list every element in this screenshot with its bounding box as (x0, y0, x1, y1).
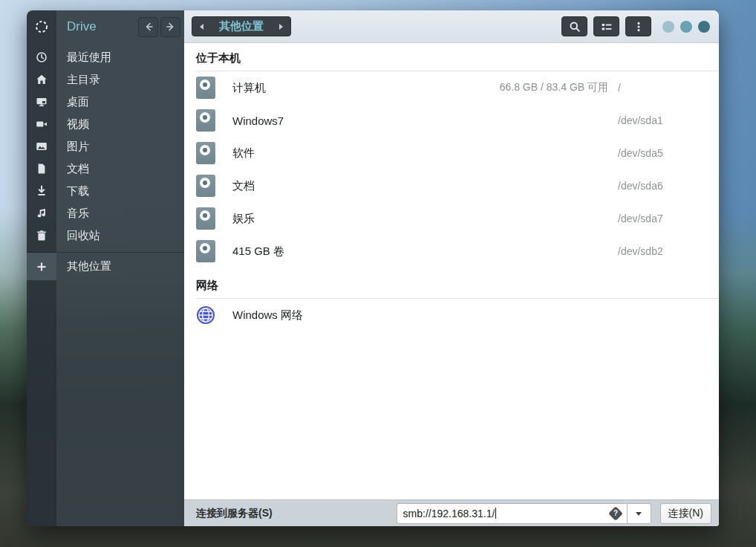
server-address-input[interactable]: smb://192.168.31.1/ ? (397, 503, 627, 524)
window-controls (662, 21, 710, 33)
item-name: 415 GB 卷 (232, 245, 608, 259)
sidebar-item-label: 文档 (67, 162, 89, 176)
main-panel: 其他位置 位于本机 (184, 10, 719, 526)
list-item-windows7[interactable]: Windows7 /dev/sda1 (184, 104, 719, 137)
sidebar-item-label: 图片 (67, 140, 89, 154)
header-bar: 其他位置 (184, 10, 719, 43)
sidebar-item-label: 音乐 (67, 207, 89, 221)
item-device: /dev/sda1 (618, 114, 707, 126)
back-arrow-icon (143, 22, 154, 32)
file-manager-window: Drive 最近使用 主目录 (27, 10, 719, 526)
sidebar-item-label: 回收站 (67, 229, 100, 243)
minimize-button[interactable] (662, 21, 674, 33)
path-label[interactable]: 其他位置 (210, 19, 273, 33)
list-item-windows-network[interactable]: Windows 网络 (184, 299, 719, 331)
list-view-button[interactable] (593, 16, 619, 36)
search-button[interactable] (561, 16, 587, 36)
list-item-documents[interactable]: 文档 /dev/sda6 (184, 169, 719, 202)
maximize-button[interactable] (680, 21, 692, 33)
sidebar: Drive 最近使用 主目录 (27, 10, 184, 526)
sidebar-item-music[interactable]: 音乐 (27, 202, 184, 224)
sidebar-item-label: 其他位置 (67, 259, 111, 274)
close-button[interactable] (698, 21, 710, 33)
section-title-network: 网络 (196, 271, 719, 299)
item-name: Windows 网络 (232, 308, 707, 323)
app-title: Drive (67, 19, 138, 34)
sidebar-item-label: 视频 (67, 117, 89, 132)
path-forward-icon[interactable] (273, 17, 290, 36)
hard-drive-icon (196, 207, 215, 230)
sidebar-item-videos[interactable]: 视频 (27, 113, 184, 135)
hard-drive-icon (196, 109, 215, 132)
desktop-icon (27, 96, 56, 108)
forward-button[interactable] (160, 17, 180, 37)
item-name: Windows7 (232, 114, 608, 127)
item-usage: 66.8 GB / 83.4 GB 可用 (500, 81, 608, 94)
server-history-dropdown[interactable] (627, 503, 651, 524)
forward-arrow-icon (166, 22, 176, 32)
item-name: 文档 (232, 179, 608, 193)
item-device: / (618, 82, 707, 94)
sidebar-item-label: 主目录 (67, 73, 100, 87)
sidebar-item-downloads[interactable]: 下载 (27, 180, 184, 202)
server-address-value: smb://192.168.31.1/ (403, 508, 495, 520)
item-device: /dev/sda6 (618, 180, 707, 192)
list-item-volume[interactable]: 415 GB 卷 /dev/sdb2 (184, 235, 719, 268)
connect-button[interactable]: 连接(N) (660, 503, 711, 524)
documents-icon (27, 163, 56, 175)
server-address-combo: smb://192.168.31.1/ ? (397, 503, 651, 524)
trash-icon (27, 230, 56, 242)
app-logo-icon (27, 20, 56, 33)
item-name: 计算机 (232, 81, 500, 95)
item-device: /dev/sda7 (618, 213, 707, 224)
network-globe-icon (196, 305, 215, 325)
sidebar-item-desktop[interactable]: 桌面 (27, 91, 184, 113)
list-view-icon (601, 21, 613, 33)
plus-icon (27, 253, 56, 280)
item-device: /dev/sda5 (618, 147, 707, 159)
menu-button[interactable] (625, 16, 651, 36)
sidebar-item-trash[interactable]: 回收站 (27, 224, 184, 247)
hard-drive-icon (196, 240, 215, 262)
help-icon[interactable]: ? (608, 506, 623, 521)
hard-drive-icon (196, 77, 215, 99)
sidebar-item-label: 最近使用 (67, 51, 111, 65)
sidebar-item-pictures[interactable]: 图片 (27, 135, 184, 158)
nav-buttons (138, 17, 180, 37)
sidebar-item-home[interactable]: 主目录 (27, 68, 184, 91)
pictures-icon (27, 140, 56, 152)
item-name: 娱乐 (232, 212, 608, 226)
recent-icon (27, 51, 56, 63)
section-title-local: 位于本机 (196, 43, 719, 71)
sidebar-item-recent[interactable]: 最近使用 (27, 46, 184, 68)
connect-server-bar: 连接到服务器(S) smb://192.168.31.1/ ? 连接(N) (184, 499, 719, 526)
sidebar-item-other-locations[interactable]: 其他位置 (27, 253, 184, 280)
music-icon (27, 207, 56, 219)
home-icon (27, 74, 56, 85)
menu-dots-icon (633, 21, 645, 33)
videos-icon (27, 118, 56, 130)
hard-drive-icon (196, 175, 215, 197)
back-button[interactable] (138, 17, 158, 37)
hard-drive-icon (196, 142, 215, 164)
sidebar-item-label: 桌面 (67, 95, 89, 109)
path-bar[interactable]: 其他位置 (192, 16, 291, 36)
item-name: 软件 (232, 146, 608, 161)
connect-server-label: 连接到服务器(S) (196, 507, 273, 520)
text-cursor (495, 508, 496, 519)
locations-view: 位于本机 计算机 66.8 GB / 83.4 GB 可用 / Windows7… (184, 43, 719, 499)
sidebar-item-label: 下载 (67, 184, 89, 198)
search-icon (569, 21, 581, 33)
path-back-icon[interactable] (192, 17, 210, 36)
list-item-software[interactable]: 软件 /dev/sda5 (184, 137, 719, 169)
sidebar-list: 最近使用 主目录 桌面 视频 (27, 46, 184, 247)
downloads-icon (27, 185, 56, 197)
list-item-entertainment[interactable]: 娱乐 /dev/sda7 (184, 202, 719, 235)
sidebar-item-documents[interactable]: 文档 (27, 158, 184, 180)
chevron-down-icon (635, 511, 642, 517)
item-device: /dev/sdb2 (618, 245, 707, 257)
sidebar-header: Drive (27, 10, 184, 43)
list-item-computer[interactable]: 计算机 66.8 GB / 83.4 GB 可用 / (184, 71, 719, 104)
